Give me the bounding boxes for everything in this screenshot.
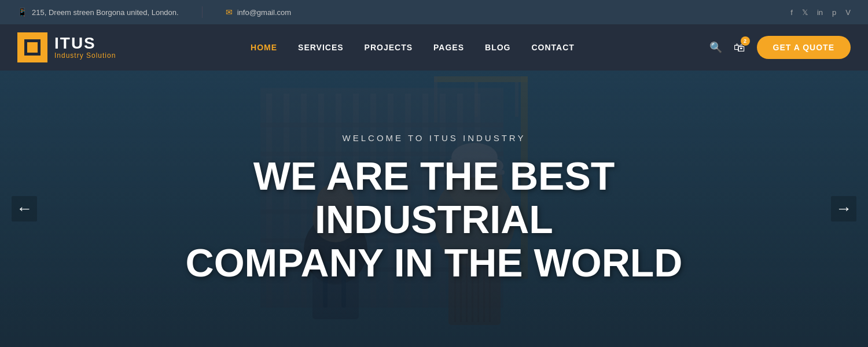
linkedin-icon[interactable]: in [817,8,823,17]
social-links: f 𝕏 in p V [790,8,851,17]
nav-projects[interactable]: PROJECTS [365,43,413,52]
nav-services[interactable]: SERVICES [298,43,344,52]
logo[interactable]: ITUS Industry Solution [17,32,116,62]
slider-prev-button[interactable]: ← [12,196,37,222]
nav-actions: 🔍 🛍 2 GET A QUOTE [709,36,851,59]
email-text: info@gmail.com [237,8,291,17]
hero-content: WELCOME TO ITUS INDUSTRY WE ARE THE BEST… [174,133,694,284]
get-a-quote-button[interactable]: GET A QUOTE [757,36,851,59]
header: ITUS Industry Solution HOME SERVICES PRO… [0,24,868,71]
logo-box-inner [24,39,41,56]
main-nav: HOME SERVICES PROJECTS PAGES BLOG CONTAC… [251,43,575,52]
vimeo-icon[interactable]: V [845,8,851,17]
slider-next-button[interactable]: → [831,196,856,222]
top-bar: 📱 215, Dreem streen Borgona united, Lond… [0,0,868,24]
cart-button[interactable]: 🛍 2 [734,41,745,54]
nav-pages[interactable]: PAGES [433,43,464,52]
hero-subtitle: WELCOME TO ITUS INDUSTRY [174,133,694,143]
logo-name: ITUS [54,35,116,51]
nav-contact[interactable]: CONTACT [532,43,575,52]
phone-icon: 📱 [17,8,27,17]
hero-title-line1: WE ARE THE BEST INDUSTRIAL [253,154,615,241]
logo-tagline: Industry Solution [54,51,116,60]
facebook-icon[interactable]: f [790,8,793,17]
nav-blog[interactable]: BLOG [485,43,510,52]
hero-section: ← WELCOME TO ITUS INDUSTRY WE ARE THE BE… [0,71,868,347]
nav-home[interactable]: HOME [251,43,277,52]
pinterest-icon[interactable]: p [832,8,836,17]
top-bar-left: 📱 215, Dreem streen Borgona united, Lond… [17,6,291,18]
divider [202,6,203,18]
hero-title-line2: COMPANY IN THE WORLD [186,241,683,285]
twitter-icon[interactable]: 𝕏 [802,8,808,17]
cart-badge: 2 [741,36,750,46]
hero-title: WE ARE THE BEST INDUSTRIAL COMPANY IN TH… [174,154,694,284]
address-text: 215, Dreem streen Borgona united, London… [32,8,179,17]
logo-text: ITUS Industry Solution [54,35,116,60]
logo-box [17,32,47,62]
email-info: ✉ info@gmail.com [226,8,291,17]
search-button[interactable]: 🔍 [709,41,722,54]
address-info: 📱 215, Dreem streen Borgona united, Lond… [17,8,179,17]
email-icon: ✉ [226,8,233,17]
